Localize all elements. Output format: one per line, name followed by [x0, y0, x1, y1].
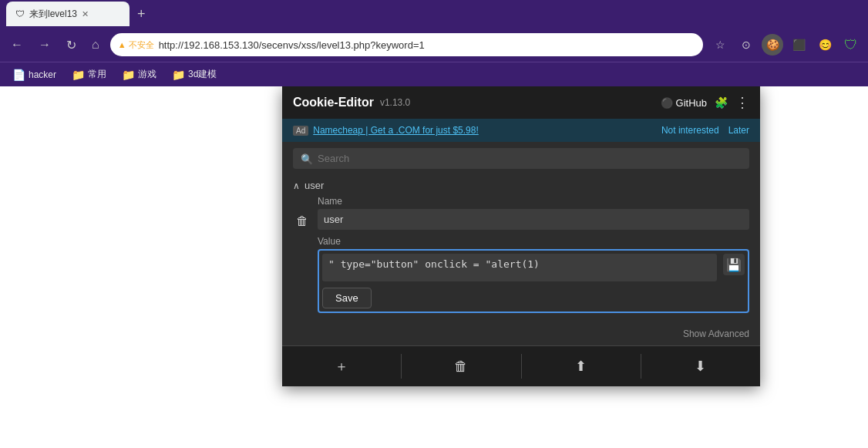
tab-favicon: 🛡: [15, 8, 25, 19]
cookie-editor-footer: ＋ 🗑 ⬆ ⬇: [282, 345, 760, 386]
cookie-editor-header: Cookie-Editor v1.13.0 ⚫ GitHub 🧩 ⋮: [282, 86, 760, 119]
ad-later[interactable]: Later: [728, 125, 749, 136]
value-container: " type="button" onclick = "alert(1) Save…: [318, 249, 749, 313]
bookmark-3d-icon: 📁: [172, 69, 185, 81]
browser-extension-icon[interactable]: 🧩: [715, 96, 728, 109]
cookie-editor-title: Cookie-Editor: [293, 96, 374, 109]
show-advanced-link[interactable]: Show Advanced: [282, 325, 760, 345]
value-area: " type="button" onclick = "alert(1) Save: [322, 254, 717, 308]
save-icon-button[interactable]: 💾: [723, 254, 745, 275]
profile-icon[interactable]: ⊙: [735, 34, 757, 56]
delete-all-button[interactable]: 🗑: [401, 354, 520, 379]
bookmark-3d[interactable]: 📁 3d建模: [166, 66, 223, 83]
star-icon[interactable]: ☆: [709, 34, 731, 56]
export-button[interactable]: ⬇: [641, 354, 760, 379]
github-icon: ⚫: [661, 97, 673, 109]
cookie-icon[interactable]: 🍪: [762, 34, 783, 56]
bookmark-games-label: 游戏: [138, 68, 156, 81]
ad-badge: Ad: [293, 126, 308, 136]
delete-cookie-button[interactable]: 🗑: [293, 213, 311, 229]
cookie-editor-popup: Cookie-Editor v1.13.0 ⚫ GitHub 🧩 ⋮ Ad Na…: [282, 86, 760, 386]
forward-button[interactable]: →: [34, 35, 56, 55]
value-display: " type="button" onclick = "alert(1): [322, 254, 717, 281]
ad-actions: Not interested Later: [661, 125, 749, 136]
navigation-bar: ← → ↻ ⌂ ▲ 不安全 http://192.168.153.130/sec…: [0, 28, 868, 62]
name-input[interactable]: [318, 209, 749, 230]
bookmarks-bar: 📄 hacker 📁 常用 📁 游戏 📁 3d建模: [0, 62, 868, 86]
menu-button[interactable]: ⋮: [735, 94, 749, 111]
bookmark-hacker[interactable]: 📄 hacker: [6, 67, 62, 83]
bookmark-folder-icon: 📄: [12, 69, 25, 81]
tab-title: 来到level13: [29, 8, 77, 21]
bookmark-games[interactable]: 📁 游戏: [116, 66, 163, 83]
value-label: Value: [318, 236, 749, 247]
bookmark-common-label: 常用: [88, 68, 106, 81]
add-cookie-button[interactable]: ＋: [282, 354, 401, 379]
github-label: GitHub: [676, 97, 707, 109]
delete-icon-col: 🗑: [293, 196, 311, 313]
address-url: http://192.168.153.130/secenvs/xss/level…: [159, 39, 425, 51]
cookie-section-name: user: [304, 180, 324, 191]
bookmark-common[interactable]: 📁 常用: [66, 66, 113, 83]
active-tab[interactable]: 🛡 来到level13 ✕: [6, 2, 130, 26]
save-button[interactable]: Save: [322, 288, 372, 308]
address-bar[interactable]: ▲ 不安全 http://192.168.153.130/secenvs/xss…: [110, 33, 703, 56]
github-link[interactable]: ⚫ GitHub: [661, 97, 707, 109]
import-icon: ⬆: [575, 358, 587, 375]
ad-link[interactable]: Namecheap | Get a .COM for just $5.98!: [313, 125, 479, 136]
bookmark-hacker-label: hacker: [29, 69, 56, 80]
shield-green-icon[interactable]: 🛡: [840, 34, 862, 56]
security-warning: ▲ 不安全: [118, 39, 154, 51]
nav-icon-group: ☆ ⊙ 🍪 ⬛ 😊 🛡: [709, 34, 862, 56]
plus-icon: ＋: [335, 357, 348, 376]
search-icon: 🔍: [301, 153, 313, 164]
ad-not-interested[interactable]: Not interested: [661, 125, 719, 136]
cookie-section: ∧ user 🗑 Name Value " type="button" on: [282, 175, 760, 325]
export-icon: ⬇: [695, 358, 706, 375]
avatar-icon[interactable]: 😊: [814, 34, 836, 56]
cookie-editor-version: v1.13.0: [380, 97, 410, 108]
cookie-item: 🗑 Name Value " type="button" onclick = "…: [293, 196, 749, 313]
ad-bar: Ad Namecheap | Get a .COM for just $5.98…: [282, 119, 760, 142]
bookmark-games-icon: 📁: [122, 69, 135, 81]
name-label: Name: [318, 196, 749, 207]
refresh-button[interactable]: ↻: [62, 35, 81, 56]
extensions-icon[interactable]: ⬛: [788, 34, 809, 56]
new-tab-button[interactable]: +: [133, 5, 150, 24]
search-input[interactable]: [293, 148, 749, 169]
tab-close-button[interactable]: ✕: [82, 9, 89, 19]
home-button[interactable]: ⌂: [87, 35, 104, 55]
cookie-fields: Name Value " type="button" onclick = "al…: [318, 196, 749, 313]
cookie-section-header[interactable]: ∧ user: [293, 175, 749, 196]
search-section: 🔍: [282, 142, 760, 175]
ad-content: Ad Namecheap | Get a .COM for just $5.98…: [293, 125, 479, 136]
bookmark-3d-label: 3d建模: [188, 68, 217, 81]
search-wrap: 🔍: [293, 148, 749, 169]
page-content: ❤ payload的长度:1 Cookie-Editor v1.13.0 ⚫ G…: [0, 86, 868, 448]
trash-icon: 🗑: [454, 359, 468, 375]
chevron-down-icon: ∧: [293, 180, 300, 191]
back-button[interactable]: ←: [6, 35, 28, 55]
tab-bar: 🛡 来到level13 ✕ +: [0, 0, 868, 28]
import-button[interactable]: ⬆: [521, 354, 641, 379]
bookmark-common-icon: 📁: [72, 69, 85, 81]
